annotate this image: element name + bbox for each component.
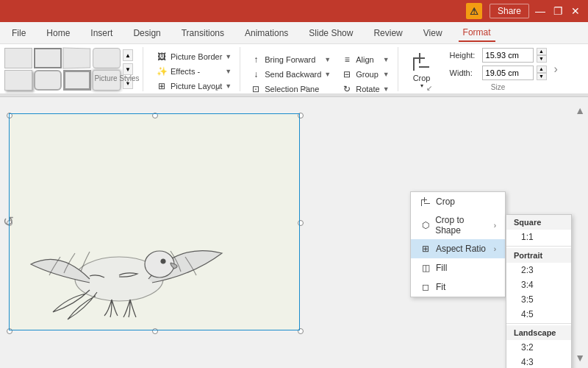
- picture-border-item[interactable]: 🖼 Picture Border ▼: [154, 50, 234, 63]
- rotate-handle[interactable]: ↺: [3, 213, 14, 230]
- style-thumb-5[interactable]: [4, 70, 32, 91]
- picture-effects-item[interactable]: ✨ Effects - ▼: [154, 65, 234, 78]
- ribbon: File Home Insert Design Transitions Anim…: [0, 22, 588, 94]
- minimize-button[interactable]: —: [534, 4, 547, 18]
- crop-menu-crop-to-shape[interactable]: ⬡ Crop to Shape ›: [411, 211, 505, 239]
- aspect-4-3[interactable]: 4:3: [506, 355, 571, 368]
- tab-home[interactable]: Home: [42, 25, 74, 41]
- tab-insert[interactable]: Insert: [86, 25, 117, 41]
- aspect-ratio-icon: ⊞: [420, 243, 431, 255]
- svg-rect-9: [424, 197, 425, 202]
- scroll-indicator[interactable]: ▲: [575, 105, 585, 116]
- tab-review[interactable]: Review: [369, 25, 406, 41]
- svg-rect-2: [419, 53, 420, 63]
- ribbon-scroll-right[interactable]: ›: [553, 47, 559, 91]
- title-bar: ⚠ Share — ❐ ✕: [0, 0, 588, 22]
- bring-forward-item[interactable]: ↑ Bring Forward ▼: [248, 53, 333, 66]
- height-row: Height: ▲ ▼: [450, 48, 547, 63]
- width-row: Width: ▲ ▼: [450, 66, 547, 80]
- picture-styles-label: Picture Styles: [69, 74, 165, 82]
- svg-rect-0: [413, 57, 415, 71]
- landscape-header: Landscape: [506, 325, 571, 340]
- handle-bot-left[interactable]: [7, 328, 12, 334]
- tab-transitions[interactable]: Transitions: [177, 25, 229, 41]
- width-decrement[interactable]: ▼: [537, 73, 547, 80]
- align-item[interactable]: ≡ Align ▼: [339, 53, 391, 66]
- send-backward-item[interactable]: ↓ Send Backward ▼: [248, 68, 333, 81]
- scroll-indicator-down[interactable]: ▼: [575, 352, 585, 364]
- group-icon: ⊟: [341, 68, 353, 80]
- handle-bot-right[interactable]: [298, 328, 304, 334]
- style-thumb-2[interactable]: [34, 48, 62, 68]
- aspect-4-5[interactable]: 4:5: [506, 307, 571, 322]
- aspect-1-1[interactable]: 1:1: [506, 230, 571, 244]
- crop-menu-crop[interactable]: Crop: [411, 192, 505, 211]
- close-button[interactable]: ✕: [569, 4, 582, 18]
- svg-rect-7: [421, 199, 422, 206]
- handle-top-center[interactable]: [152, 113, 158, 118]
- style-thumb-6[interactable]: [34, 70, 62, 91]
- width-increment[interactable]: ▲: [537, 66, 547, 73]
- crop-icon: [408, 50, 436, 74]
- fit-icon: ◻: [420, 281, 431, 293]
- ribbon-tabs: File Home Insert Design Transitions Anim…: [0, 22, 588, 44]
- restore-button[interactable]: ❐: [551, 4, 564, 18]
- crop-dropdown-menu: Crop ⬡ Crop to Shape › ⊞ Aspect Ratio › …: [410, 191, 506, 297]
- main-area: ↺ Crop ⬡ Crop to Shape › ⊞ Aspect Ratio …: [0, 97, 588, 368]
- align-icon: ≡: [341, 54, 353, 66]
- image-canvas[interactable]: [9, 113, 299, 330]
- style-thumbnails: [4, 48, 121, 91]
- square-header: Square: [506, 215, 571, 230]
- tab-view[interactable]: View: [419, 25, 447, 41]
- group-item[interactable]: ⊟ Group ▼: [339, 68, 391, 81]
- bird-sketch: [16, 169, 266, 330]
- svg-rect-10: [424, 203, 430, 204]
- style-thumb-3[interactable]: [62, 47, 90, 68]
- height-increment[interactable]: ▲: [537, 48, 547, 55]
- svg-rect-3: [419, 66, 429, 68]
- crop-menu-crop-icon: [420, 196, 431, 208]
- send-backward-icon: ↓: [250, 68, 262, 80]
- aspect-3-2[interactable]: 3:2: [506, 340, 571, 355]
- tab-animations[interactable]: Animations: [240, 25, 293, 41]
- picture-styles-section: ▲ ▼ ▾ Picture Styles: [4, 47, 143, 91]
- fill-icon: ◫: [420, 262, 431, 274]
- tab-format[interactable]: Format: [459, 24, 495, 42]
- height-input[interactable]: [482, 48, 534, 63]
- width-spinner: ▲ ▼: [537, 66, 547, 80]
- tab-design[interactable]: Design: [129, 25, 165, 41]
- portrait-header: Portrait: [506, 248, 571, 263]
- crop-menu-aspect-ratio[interactable]: ⊞ Aspect Ratio ›: [411, 239, 505, 258]
- crop-menu-fill[interactable]: ◫ Fill: [411, 258, 505, 277]
- tab-file[interactable]: File: [7, 25, 30, 41]
- picture-options-label: [154, 93, 234, 96]
- height-decrement[interactable]: ▼: [537, 55, 547, 63]
- aspect-3-4[interactable]: 3:4: [506, 277, 571, 292]
- svg-point-5: [145, 251, 174, 277]
- aspect-2-3[interactable]: 2:3: [506, 263, 571, 277]
- style-thumb-1[interactable]: [4, 48, 32, 68]
- height-spinner: ▲ ▼: [537, 48, 547, 63]
- style-scroll-up[interactable]: ▲: [123, 49, 133, 61]
- width-label: Width:: [450, 68, 479, 77]
- landscape-divider: [506, 323, 571, 324]
- crop-shape-icon: ⬡: [420, 219, 431, 231]
- handle-top-right[interactable]: [298, 113, 304, 118]
- style-thumb-4[interactable]: [93, 48, 121, 68]
- handle-mid-right[interactable]: [298, 220, 304, 226]
- style-scroll-arrows: ▲ ▼ ▾: [123, 48, 133, 91]
- width-input[interactable]: [482, 66, 534, 80]
- crop-menu-fit[interactable]: ◻ Fit: [411, 277, 505, 297]
- height-label: Height:: [450, 51, 479, 60]
- handle-bot-center[interactable]: [152, 328, 158, 334]
- tab-slideshow[interactable]: Slide Show: [304, 25, 357, 41]
- share-button[interactable]: Share: [490, 4, 529, 18]
- handle-top-left[interactable]: [7, 113, 12, 118]
- bring-forward-icon: ↑: [250, 54, 262, 66]
- picture-border-icon: 🖼: [156, 51, 168, 63]
- aspect-ratio-submenu: Square 1:1 Portrait 2:3 3:4 3:5 4:5 Land…: [506, 214, 572, 368]
- style-scroll-more[interactable]: ▼: [123, 63, 133, 75]
- warning-icon: ⚠: [466, 3, 482, 19]
- aspect-3-5[interactable]: 3:5: [506, 292, 571, 307]
- section-labels-row: ↙ ↙ ↙: [181, 84, 503, 92]
